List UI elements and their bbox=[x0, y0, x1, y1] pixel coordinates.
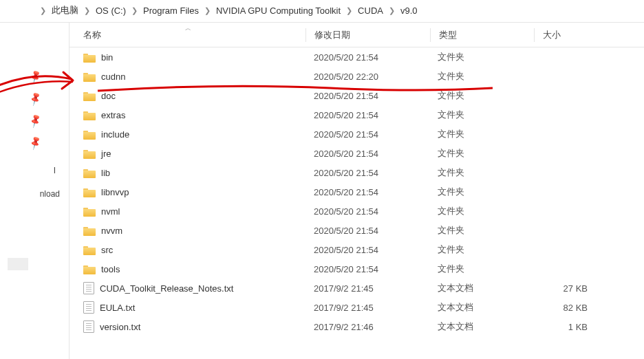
file-date: 2020/5/20 21:54 bbox=[305, 52, 429, 63]
file-row[interactable]: jre2020/5/20 21:54文件夹 bbox=[69, 144, 644, 163]
file-type: 文件夹 bbox=[429, 186, 533, 198]
sort-indicator-icon: ︿ bbox=[185, 24, 191, 33]
file-date: 2020/5/20 22:20 bbox=[305, 72, 429, 82]
breadcrumb-item[interactable]: OS (C:) bbox=[96, 6, 126, 16]
file-date: 2020/5/20 21:54 bbox=[305, 206, 429, 217]
breadcrumb-item[interactable]: 此电脑 bbox=[52, 4, 78, 17]
file-row[interactable]: extras2020/5/20 21:54文件夹 bbox=[69, 105, 644, 124]
pin-icon: 📌 bbox=[27, 135, 43, 150]
folder-icon bbox=[83, 245, 96, 255]
file-row[interactable]: lib2020/5/20 21:54文件夹 bbox=[69, 163, 644, 182]
file-row[interactable]: src2020/5/20 21:54文件夹 bbox=[69, 240, 644, 259]
quick-access-panel: 📌 📌 📌 📌 I nload bbox=[0, 23, 69, 359]
file-type: 文件夹 bbox=[429, 51, 533, 63]
file-row[interactable]: nvvm2020/5/20 21:54文件夹 bbox=[69, 221, 644, 240]
breadcrumb-item[interactable]: NVIDIA GPU Computing Toolkit bbox=[216, 6, 341, 16]
breadcrumb-item[interactable]: Program Files bbox=[143, 6, 199, 16]
file-name: version.txt bbox=[100, 322, 140, 332]
file-name: libnvvp bbox=[101, 187, 129, 197]
file-icon bbox=[83, 301, 94, 314]
folder-icon bbox=[83, 72, 96, 82]
chevron-right-icon: ❯ bbox=[84, 6, 90, 15]
file-name: extras bbox=[101, 110, 125, 120]
file-row[interactable]: nvml2020/5/20 21:54文件夹 bbox=[69, 202, 644, 221]
folder-icon bbox=[83, 206, 96, 217]
file-type: 文件夹 bbox=[429, 147, 533, 160]
file-name: EULA.txt bbox=[100, 303, 135, 313]
folder-icon bbox=[83, 149, 96, 159]
file-type: 文件夹 bbox=[429, 70, 533, 83]
column-header-size[interactable]: 大小 bbox=[535, 29, 603, 41]
chevron-right-icon: ❯ bbox=[40, 6, 46, 15]
file-type: 文件夹 bbox=[429, 263, 533, 275]
pin-icon: 📌 bbox=[27, 113, 43, 128]
file-size: 82 KB bbox=[533, 303, 601, 313]
file-row[interactable]: bin2020/5/20 21:54文件夹 bbox=[69, 47, 644, 67]
file-date: 2017/9/2 21:45 bbox=[305, 283, 429, 294]
file-list-area: ︿ 名称 修改日期 类型 大小 bin2020/5/20 21:54文件夹cud… bbox=[69, 23, 644, 359]
file-date: 2020/5/20 21:54 bbox=[305, 168, 429, 178]
file-date: 2020/5/20 21:54 bbox=[305, 129, 429, 140]
file-row[interactable]: libnvvp2020/5/20 21:54文件夹 bbox=[69, 182, 644, 202]
file-name: tools bbox=[101, 264, 120, 274]
file-date: 2020/5/20 21:54 bbox=[305, 110, 429, 120]
file-rows: bin2020/5/20 21:54文件夹cudnn2020/5/20 22:2… bbox=[69, 47, 644, 336]
pin-icon: 📌 bbox=[27, 69, 43, 84]
file-name: doc bbox=[101, 91, 116, 101]
file-row[interactable]: include2020/5/20 21:54文件夹 bbox=[69, 124, 644, 144]
folder-icon bbox=[83, 168, 96, 178]
file-name: nvml bbox=[101, 206, 120, 217]
pin-icon: 📌 bbox=[27, 91, 43, 106]
folder-icon bbox=[83, 226, 96, 236]
file-name: include bbox=[101, 129, 129, 140]
file-type: 文件夹 bbox=[429, 224, 533, 237]
file-type: 文本文档 bbox=[429, 282, 533, 294]
file-name: jre bbox=[101, 149, 111, 159]
file-row[interactable]: cudnn2020/5/20 22:20文件夹 bbox=[69, 67, 644, 86]
chevron-right-icon: ❯ bbox=[346, 6, 352, 15]
chevron-right-icon: ❯ bbox=[389, 6, 395, 15]
file-size: 27 KB bbox=[533, 283, 601, 294]
breadcrumb[interactable]: ❯ 此电脑 ❯ OS (C:) ❯ Program Files ❯ NVIDIA… bbox=[0, 0, 644, 22]
file-row[interactable]: CUDA_Toolkit_Release_Notes.txt2017/9/2 2… bbox=[69, 279, 644, 298]
file-name: CUDA_Toolkit_Release_Notes.txt bbox=[100, 283, 233, 294]
column-header-date[interactable]: 修改日期 bbox=[306, 29, 430, 41]
file-name: src bbox=[101, 245, 113, 255]
file-size: 1 KB bbox=[533, 322, 601, 332]
file-type: 文本文档 bbox=[429, 320, 533, 333]
file-date: 2020/5/20 21:54 bbox=[305, 245, 429, 255]
file-type: 文件夹 bbox=[429, 109, 533, 121]
column-header-type[interactable]: 类型 bbox=[431, 29, 534, 41]
file-type: 文件夹 bbox=[429, 166, 533, 179]
folder-icon bbox=[83, 264, 96, 274]
file-date: 2020/5/20 21:54 bbox=[305, 187, 429, 197]
sidebar-label: I bbox=[3, 166, 65, 175]
file-icon bbox=[83, 282, 94, 294]
folder-icon bbox=[83, 91, 96, 101]
file-row[interactable]: version.txt2017/9/2 21:46文本文档1 KB bbox=[69, 317, 644, 336]
file-date: 2020/5/20 21:54 bbox=[305, 91, 429, 101]
chevron-right-icon: ❯ bbox=[204, 6, 211, 15]
breadcrumb-item[interactable]: v9.0 bbox=[400, 6, 418, 16]
folder-icon bbox=[83, 52, 96, 63]
file-date: 2020/5/20 21:54 bbox=[305, 149, 429, 159]
folder-icon bbox=[83, 187, 96, 197]
chevron-right-icon: ❯ bbox=[131, 6, 138, 15]
file-row[interactable]: doc2020/5/20 21:54文件夹 bbox=[69, 86, 644, 105]
breadcrumb-item[interactable]: CUDA bbox=[358, 6, 383, 16]
file-type: 文件夹 bbox=[429, 243, 533, 256]
file-type: 文件夹 bbox=[429, 89, 533, 102]
file-row[interactable]: EULA.txt2017/9/2 21:45文本文档82 KB bbox=[69, 298, 644, 317]
file-date: 2017/9/2 21:46 bbox=[305, 322, 429, 332]
file-type: 文件夹 bbox=[429, 128, 533, 140]
file-row[interactable]: tools2020/5/20 21:54文件夹 bbox=[69, 259, 644, 279]
file-icon bbox=[83, 320, 94, 333]
file-date: 2020/5/20 21:54 bbox=[305, 226, 429, 236]
file-date: 2020/5/20 21:54 bbox=[305, 264, 429, 274]
sidebar-placeholder bbox=[8, 258, 28, 270]
file-type: 文件夹 bbox=[429, 205, 533, 217]
file-name: bin bbox=[101, 52, 113, 63]
file-name: lib bbox=[101, 168, 110, 178]
file-type: 文本文档 bbox=[429, 301, 533, 314]
file-name: cudnn bbox=[101, 72, 125, 82]
